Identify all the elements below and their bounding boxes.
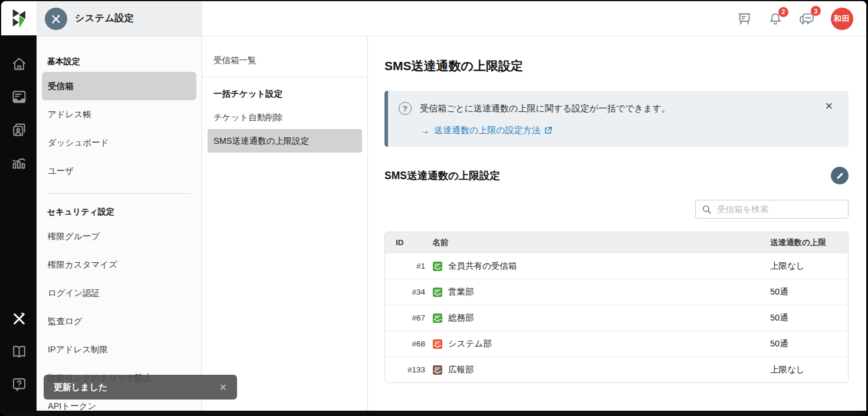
help-link-label: 送達通数の上限の設定方法 <box>434 125 541 136</box>
help-circle-icon: ? <box>399 102 412 115</box>
toast-close-icon[interactable]: ✕ <box>219 382 227 393</box>
table-row[interactable]: #34営業部50通 <box>385 279 848 305</box>
row-limit: 上限なし <box>770 260 848 272</box>
subnav-item-sms-limit[interactable]: SMS送達通数の上限設定 <box>208 129 362 153</box>
row-limit: 50通 <box>770 286 848 298</box>
column-header-id: ID <box>385 238 432 247</box>
row-id: #133 <box>385 365 432 374</box>
settings-nav-item-dashboard[interactable]: ダッシュボード <box>42 128 196 157</box>
subnav-item-inbox-list[interactable]: 受信箱一覧 <box>208 48 362 72</box>
page-title: SMS送達通数の上限設定 <box>384 58 849 74</box>
pinwheel-logo-icon <box>6 5 32 31</box>
column-header-name: 名前 <box>432 237 770 248</box>
section-title: SMS送達通数の上限設定 <box>384 169 500 183</box>
row-id: #1 <box>385 262 432 270</box>
search-input[interactable] <box>717 204 842 214</box>
inbox-color-icon <box>432 313 443 323</box>
row-limit: 50通 <box>770 312 848 323</box>
table-header: ID 名前 送達通数の上限 <box>385 232 848 253</box>
column-header-limit: 送達通数の上限 <box>770 237 848 248</box>
topbar: システム設定 2 <box>37 1 866 37</box>
guide-book-icon[interactable] <box>1 335 37 368</box>
banner-description: 受信箱ごとに送達通数の上限に関する設定が一括でできます。 <box>420 103 670 114</box>
inbox-color-icon <box>432 365 443 375</box>
page-header-title: システム設定 <box>75 12 134 25</box>
banner-close-icon[interactable]: ✕ <box>825 101 833 111</box>
external-link-icon <box>544 126 553 135</box>
toast: 更新しました ✕ <box>44 375 237 400</box>
main-content: SMS送達通数の上限設定 ? 受信箱ごとに送達通数の上限に関する設定が一括ででき… <box>368 37 866 411</box>
table-body: #1全員共有の受信箱上限なし#34営業部50通#67総務部50通#68システム部… <box>385 253 848 382</box>
row-inbox-name: 広報部 <box>448 364 474 375</box>
inbox-color-icon <box>432 339 443 349</box>
edit-button[interactable] <box>831 167 849 184</box>
info-banner: ? 受信箱ごとに送達通数の上限に関する設定が一括でできます。 ✕ → 送達通数の… <box>384 91 849 147</box>
chat-icon[interactable]: 3 <box>798 10 816 27</box>
row-id: #68 <box>385 339 432 348</box>
settings-section-title-basic: 基本設定 <box>37 52 202 72</box>
row-id: #34 <box>385 288 432 296</box>
help-icon[interactable] <box>1 368 37 401</box>
arrow-glyph: → <box>420 126 429 136</box>
row-inbox-name: システム部 <box>448 338 492 349</box>
search-icon <box>702 204 712 214</box>
system-settings-icon[interactable] <box>1 302 37 335</box>
chat-count-badge: 3 <box>811 6 821 16</box>
topbar-title-area: システム設定 <box>37 1 202 36</box>
table-row[interactable]: #133広報部上限なし <box>385 356 848 382</box>
settings-nav-item-login-auth[interactable]: ログイン認証 <box>42 279 196 307</box>
row-limit: 上限なし <box>770 364 848 375</box>
app-window: システム設定 2 <box>0 0 868 416</box>
settings-nav-item-permission-group[interactable]: 権限グループ <box>42 222 196 250</box>
limit-settings-help-link[interactable]: 送達通数の上限の設定方法 <box>434 125 553 136</box>
dashboard-chart-icon[interactable] <box>1 146 37 179</box>
row-inbox-name: 全員共有の受信箱 <box>448 260 517 272</box>
row-limit: 50通 <box>770 338 848 349</box>
table-row[interactable]: #68システム部50通 <box>385 331 848 356</box>
inbox-color-icon <box>432 261 443 272</box>
icon-sidebar <box>1 1 37 411</box>
settings-nav-divider <box>47 193 191 194</box>
inbox-icon[interactable] <box>1 80 37 113</box>
notifications-count-badge: 2 <box>778 7 788 17</box>
notifications-bell-icon[interactable]: 2 <box>768 11 783 27</box>
row-inbox-name: 総務部 <box>448 312 474 323</box>
toast-message: 更新しました <box>54 382 107 393</box>
subnav-item-ticket-auto-delete[interactable]: チケット自動削除 <box>208 105 362 129</box>
settings-nav-item-audit-log[interactable]: 監査ログ <box>42 307 196 335</box>
settings-nav-item-inbox[interactable]: 受信箱 <box>42 72 196 100</box>
address-book-icon[interactable] <box>1 113 37 146</box>
table-row[interactable]: #67総務部50通 <box>385 305 848 331</box>
settings-nav-item-ip-restriction[interactable]: IPアドレス制限 <box>42 335 196 364</box>
settings-section-title-security: セキュリティ設定 <box>37 202 202 222</box>
row-id: #67 <box>385 313 432 322</box>
sms-limit-table: ID 名前 送達通数の上限 #1全員共有の受信箱上限なし#34営業部50通#67… <box>384 232 849 383</box>
table-row[interactable]: #1全員共有の受信箱上限なし <box>385 253 848 279</box>
system-settings-badge-icon <box>45 8 67 30</box>
settings-nav-item-permission-custom[interactable]: 権限カスタマイズ <box>42 250 196 279</box>
inbox-subnav: 受信箱一覧 一括チケット設定 チケット自動削除 SMS送達通数の上限設定 <box>202 37 368 411</box>
subnav-divider <box>202 77 367 77</box>
pencil-icon <box>836 171 844 180</box>
inbox-search <box>695 200 849 219</box>
app-logo[interactable] <box>1 1 37 35</box>
inbox-color-icon <box>432 287 443 298</box>
announcements-icon[interactable] <box>737 11 752 27</box>
subnav-section-title-bulk-ticket: 一括チケット設定 <box>202 82 367 105</box>
settings-nav: 基本設定 受信箱 アドレス帳 ダッシュボード ユーザ セキュリティ設定 権限グル… <box>37 37 202 411</box>
user-avatar[interactable]: 和田 <box>831 8 853 30</box>
row-inbox-name: 営業部 <box>448 286 474 298</box>
settings-nav-item-address-book[interactable]: アドレス帳 <box>42 100 196 128</box>
home-icon[interactable] <box>1 47 37 80</box>
settings-nav-item-user[interactable]: ユーザ <box>42 157 196 185</box>
